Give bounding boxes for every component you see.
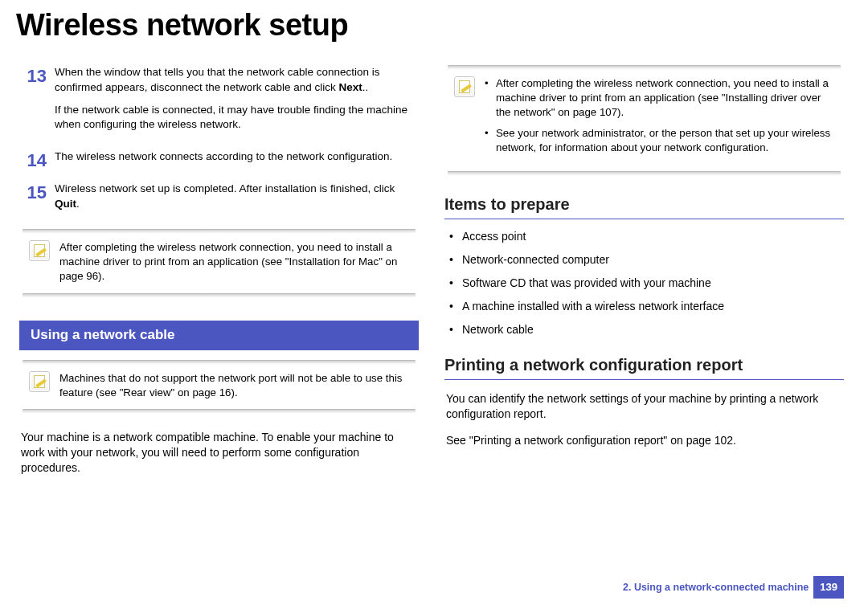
step-number: 13 bbox=[19, 65, 47, 140]
body-paragraph: Your machine is a network compatible mac… bbox=[21, 430, 417, 476]
list-item: Network-connected computer bbox=[448, 252, 844, 268]
step-number: 14 bbox=[19, 149, 47, 172]
note-bullet: After completing the wireless network co… bbox=[485, 76, 834, 120]
page-number: 139 bbox=[813, 576, 844, 599]
step-number: 15 bbox=[19, 182, 47, 219]
divider bbox=[23, 293, 416, 298]
section-heading-cable: Using a network cable bbox=[19, 321, 419, 350]
subheading-items: Items to prepare bbox=[444, 194, 844, 219]
step-body: Wireless network set up is completed. Af… bbox=[55, 182, 419, 219]
note-icon bbox=[454, 76, 475, 97]
chapter-label: 2. Using a network-connected machine bbox=[623, 581, 809, 595]
step: 14The wireless network connects accordin… bbox=[19, 149, 419, 172]
step-body: When the window that tells you that the … bbox=[55, 65, 419, 140]
body-paragraph: See "Printing a network configuration re… bbox=[446, 433, 842, 448]
list-item: Software CD that was provided with your … bbox=[448, 276, 844, 291]
step-paragraph: Wireless network set up is completed. Af… bbox=[55, 182, 419, 210]
page-title: Wireless network setup bbox=[0, 0, 868, 49]
list-item: A machine installed with a wireless netw… bbox=[448, 299, 844, 314]
note-icon bbox=[29, 240, 50, 261]
divider bbox=[448, 171, 841, 176]
content-columns: 13When the window that tells you that th… bbox=[0, 49, 868, 484]
page-footer: 2. Using a network-connected machine 139 bbox=[623, 576, 844, 599]
step: 15Wireless network set up is completed. … bbox=[19, 182, 419, 219]
list-item: Network cable bbox=[448, 322, 844, 337]
step-body: The wireless network connects according … bbox=[55, 149, 419, 172]
list-item: Access point bbox=[448, 229, 844, 244]
right-column: After completing the wireless network co… bbox=[444, 65, 844, 484]
note-box-network: After completing the wireless network co… bbox=[446, 65, 842, 176]
note-box-port: Machines that do not support the network… bbox=[21, 360, 417, 415]
note-text: After completing the wireless network co… bbox=[59, 240, 409, 284]
note-box-mac: After completing the wireless network co… bbox=[21, 229, 417, 298]
step-paragraph: The wireless network connects according … bbox=[55, 149, 419, 164]
divider bbox=[23, 409, 416, 414]
body-paragraph: You can identify the network settings of… bbox=[446, 391, 842, 422]
note-text: Machines that do not support the network… bbox=[59, 371, 409, 400]
left-column: 13When the window that tells you that th… bbox=[19, 65, 419, 484]
subheading-print: Printing a network configuration report bbox=[444, 354, 844, 380]
note-icon bbox=[29, 371, 50, 392]
step-paragraph: When the window that tells you that the … bbox=[55, 65, 419, 94]
step: 13When the window that tells you that th… bbox=[19, 65, 419, 140]
note-text: After completing the wireless network co… bbox=[485, 76, 834, 161]
note-bullet: See your network administrator, or the p… bbox=[485, 126, 834, 155]
step-paragraph: If the network cable is connected, it ma… bbox=[55, 103, 419, 132]
items-list: Access pointNetwork-connected computerSo… bbox=[448, 229, 844, 337]
